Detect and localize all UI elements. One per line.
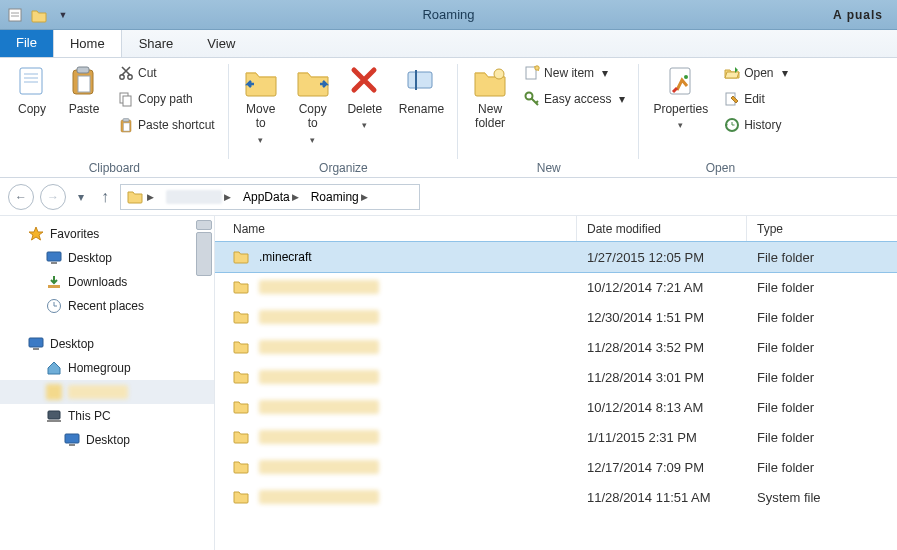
folder-icon bbox=[233, 458, 251, 476]
delete-icon bbox=[348, 64, 382, 98]
tree-label: Downloads bbox=[68, 275, 127, 289]
tab-file[interactable]: File bbox=[0, 29, 53, 57]
file-row[interactable]: 12/17/2014 7:09 PMFile folder bbox=[215, 452, 897, 482]
folder-icon bbox=[233, 308, 251, 326]
tree-scrollbar[interactable] bbox=[196, 220, 212, 278]
chevron-down-icon: ▾ bbox=[362, 120, 367, 130]
chevron-right-icon: ▶ bbox=[147, 192, 154, 202]
edit-button[interactable]: Edit bbox=[720, 88, 791, 110]
chevron-right-icon: ▶ bbox=[224, 192, 231, 202]
tree-favorites[interactable]: Favorites bbox=[0, 222, 214, 246]
file-type: File folder bbox=[747, 340, 897, 355]
tree-pc-desktop[interactable]: Desktop bbox=[0, 428, 214, 452]
history-button[interactable]: History bbox=[720, 114, 791, 136]
group-open-label: Open bbox=[706, 161, 735, 175]
easy-access-button[interactable]: Easy access▾ bbox=[520, 88, 629, 110]
column-headers: Name Date modified Type bbox=[215, 216, 897, 242]
paste-button[interactable]: Paste bbox=[62, 62, 106, 118]
copy-to-button[interactable]: Copy to▾ bbox=[291, 62, 335, 147]
properties-button[interactable]: Properties▾ bbox=[649, 62, 712, 132]
file-name: .minecraft bbox=[259, 250, 312, 264]
tab-home[interactable]: Home bbox=[53, 29, 122, 57]
tree-fav-desktop[interactable]: Desktop bbox=[0, 246, 214, 270]
folder-icon bbox=[233, 398, 251, 416]
paste-label: Paste bbox=[69, 102, 100, 116]
rename-button[interactable]: Rename bbox=[395, 62, 448, 118]
group-open: Properties▾ Open▾ Edit History Open bbox=[639, 58, 801, 177]
file-date: 1/11/2015 2:31 PM bbox=[577, 430, 747, 445]
back-button[interactable]: ← bbox=[8, 184, 34, 210]
history-icon bbox=[724, 117, 740, 133]
new-folder-label: New folder bbox=[475, 102, 505, 131]
file-row[interactable]: 12/30/2014 1:51 PMFile folder bbox=[215, 302, 897, 332]
column-date-modified[interactable]: Date modified bbox=[577, 216, 747, 241]
file-name-redacted bbox=[259, 400, 379, 414]
easy-access-icon bbox=[524, 91, 540, 107]
group-organize: Move to▾ Copy to▾ Delete▾ Rename Organiz… bbox=[229, 58, 458, 177]
copy-path-label: Copy path bbox=[138, 92, 193, 106]
move-to-button[interactable]: Move to▾ bbox=[239, 62, 283, 147]
new-folder-button[interactable]: New folder bbox=[468, 62, 512, 133]
qat-dropdown-icon[interactable]: ▼ bbox=[54, 6, 72, 24]
breadcrumb-redacted bbox=[166, 190, 222, 204]
tree-homegroup[interactable]: Homegroup bbox=[0, 356, 214, 380]
folder-icon bbox=[233, 488, 251, 506]
file-row[interactable]: 10/12/2014 8:13 AMFile folder bbox=[215, 392, 897, 422]
address-bar[interactable]: ▶ ▶ AppData▶ Roaming▶ bbox=[120, 184, 420, 210]
tree-user-redacted[interactable] bbox=[0, 380, 214, 404]
chevron-right-icon: ▶ bbox=[361, 192, 368, 202]
column-name[interactable]: Name bbox=[215, 216, 577, 241]
tree-label: This PC bbox=[68, 409, 111, 423]
tree-label: Desktop bbox=[86, 433, 130, 447]
file-type: File folder bbox=[747, 400, 897, 415]
tree-desktop-root[interactable]: Desktop bbox=[0, 332, 214, 356]
tree-label: Favorites bbox=[50, 227, 99, 241]
paste-shortcut-button[interactable]: Paste shortcut bbox=[114, 114, 219, 136]
group-organize-label: Organize bbox=[319, 161, 368, 175]
file-row[interactable]: 10/12/2014 7:21 AMFile folder bbox=[215, 272, 897, 302]
copy-to-icon bbox=[296, 64, 330, 98]
copy-button[interactable]: Copy bbox=[10, 62, 54, 118]
tab-share[interactable]: Share bbox=[122, 29, 191, 57]
file-row[interactable]: .minecraft1/27/2015 12:05 PMFile folder bbox=[215, 242, 897, 272]
qat-properties-icon[interactable] bbox=[6, 6, 24, 24]
tree-fav-downloads[interactable]: Downloads bbox=[0, 270, 214, 294]
properties-icon bbox=[664, 64, 698, 98]
qat-newfolder-icon[interactable] bbox=[30, 6, 48, 24]
breadcrumb-user[interactable]: ▶ bbox=[162, 186, 235, 208]
file-date: 12/30/2014 1:51 PM bbox=[577, 310, 747, 325]
breadcrumb-roaming[interactable]: Roaming▶ bbox=[307, 186, 372, 208]
copy-path-button[interactable]: Copy path bbox=[114, 88, 219, 110]
redacted-icon bbox=[46, 384, 62, 400]
new-item-button[interactable]: New item▾ bbox=[520, 62, 629, 84]
file-type: File folder bbox=[747, 250, 897, 265]
up-button[interactable]: ↑ bbox=[96, 184, 114, 210]
column-type[interactable]: Type bbox=[747, 216, 897, 241]
breadcrumb-label: AppData bbox=[243, 190, 290, 204]
open-button[interactable]: Open▾ bbox=[720, 62, 791, 84]
file-row[interactable]: 11/28/2014 11:51 AMSystem file bbox=[215, 482, 897, 512]
tree-fav-recent[interactable]: Recent places bbox=[0, 294, 214, 318]
open-label: Open bbox=[744, 66, 773, 80]
history-label: History bbox=[744, 118, 781, 132]
tab-view[interactable]: View bbox=[190, 29, 252, 57]
paste-shortcut-icon bbox=[118, 117, 134, 133]
file-name-redacted bbox=[259, 280, 379, 294]
file-date: 11/28/2014 11:51 AM bbox=[577, 490, 747, 505]
cut-button[interactable]: Cut bbox=[114, 62, 219, 84]
tree-label: Desktop bbox=[68, 251, 112, 265]
delete-button[interactable]: Delete▾ bbox=[343, 62, 387, 132]
file-date: 1/27/2015 12:05 PM bbox=[577, 250, 747, 265]
recent-locations-button[interactable]: ▾ bbox=[72, 184, 90, 210]
breadcrumb-root[interactable]: ▶ bbox=[123, 186, 158, 208]
file-rows: .minecraft1/27/2015 12:05 PMFile folder1… bbox=[215, 242, 897, 512]
file-row[interactable]: 11/28/2014 3:01 PMFile folder bbox=[215, 362, 897, 392]
tree-label-redacted bbox=[68, 385, 128, 399]
forward-button[interactable]: → bbox=[40, 184, 66, 210]
file-row[interactable]: 1/11/2015 2:31 PMFile folder bbox=[215, 422, 897, 452]
tree-this-pc[interactable]: This PC bbox=[0, 404, 214, 428]
file-row[interactable]: 11/28/2014 3:52 PMFile folder bbox=[215, 332, 897, 362]
file-list: Name Date modified Type .minecraft1/27/2… bbox=[215, 216, 897, 550]
cut-icon bbox=[118, 65, 134, 81]
breadcrumb-appdata[interactable]: AppData▶ bbox=[239, 186, 303, 208]
